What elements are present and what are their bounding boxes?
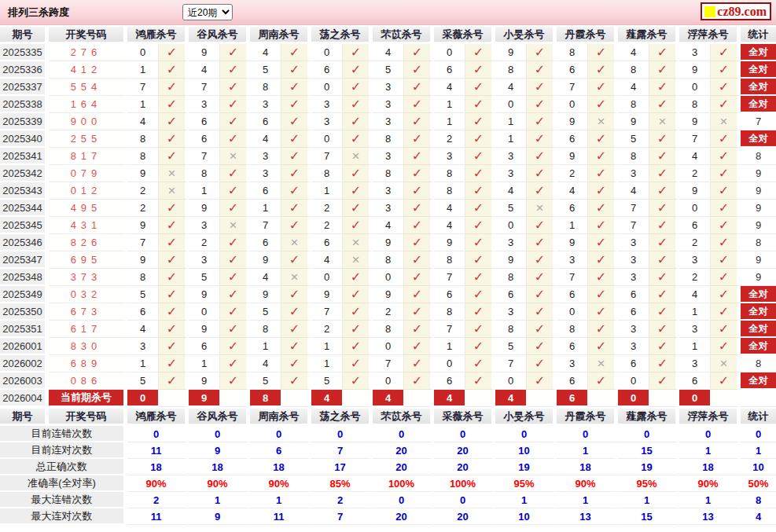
- check-icon: ✓: [351, 132, 361, 145]
- check-icon: ✓: [289, 46, 300, 59]
- header-row: 期号开奖号码鸿雁杀号谷风杀号周南杀号荡之杀号芣苡杀号采薇杀号小旻杀号丹霞杀号薤露…: [0, 407, 776, 426]
- check-icon: ✓: [473, 339, 484, 353]
- check-icon: ✓: [596, 339, 606, 353]
- kill-mark-cell: ✓: [465, 269, 495, 286]
- stats-total-cell: 1: [741, 442, 776, 459]
- check-icon: ✓: [412, 305, 422, 318]
- kill-number-cell: 0: [434, 44, 465, 61]
- kill-number-cell: 3: [373, 200, 404, 217]
- check-icon: ✓: [289, 253, 300, 266]
- check-icon: ✓: [351, 322, 361, 336]
- check-icon: ✓: [228, 167, 238, 180]
- kill-mark-cell: ✓: [343, 44, 373, 61]
- kill-mark-cell: ✓: [159, 200, 189, 217]
- stats-value-cell: 0: [434, 492, 495, 508]
- kill-mark-cell: ✓: [649, 61, 679, 79]
- check-icon: ✓: [228, 80, 238, 94]
- check-icon: ✓: [473, 167, 484, 180]
- check-icon: ✓: [167, 218, 177, 232]
- header-stat: 统计: [741, 25, 776, 44]
- kill-mark-cell: ✓: [649, 182, 679, 200]
- kill-mark-cell: ✓: [527, 234, 557, 251]
- table-row: 20253375547✓7✓8✓0✓3✓4✓4✓7✓4✓0✓全对: [0, 79, 776, 96]
- kill-mark-cell: ✓: [711, 338, 741, 355]
- check-icon: ✓: [351, 305, 361, 318]
- header-draw-numbers: 开奖号码: [49, 25, 127, 44]
- stats-total-cell: 8: [741, 492, 776, 508]
- kill-mark-cell: ✓: [220, 234, 250, 251]
- check-icon: ✓: [228, 374, 238, 387]
- page-title: 排列三杀跨度: [8, 6, 69, 20]
- header-kill-5: 采薇杀号: [434, 407, 495, 426]
- kill-mark-cell: ✓: [404, 96, 434, 113]
- kill-number-cell: 8: [495, 61, 527, 79]
- check-icon: ✓: [167, 132, 177, 145]
- kill-number-cell: 4: [373, 44, 404, 61]
- check-icon: ✓: [473, 132, 484, 145]
- kill-mark-cell: ×: [220, 217, 250, 234]
- kill-number-cell: 7: [311, 148, 343, 165]
- check-icon: ✓: [657, 322, 668, 336]
- kill-mark-cell: ✓: [711, 130, 741, 148]
- table-row: 20260026891✓1✓4✓1✓7✓0✓7✓3×6✓3×8: [0, 355, 776, 372]
- current-kill-badge: 4: [311, 390, 343, 407]
- kill-mark-cell: ✓: [404, 286, 434, 303]
- cross-icon: ×: [598, 356, 605, 371]
- kill-mark-cell: ✓: [159, 61, 189, 79]
- current-kill-badge: 0: [618, 390, 649, 407]
- current-kill-badge: 4: [434, 390, 465, 407]
- kill-number-cell: 2: [679, 165, 711, 182]
- check-icon: ✓: [719, 201, 729, 215]
- all-correct-badge: 全对: [741, 61, 776, 79]
- kill-mark-cell: ✓: [220, 61, 250, 79]
- check-icon: ✓: [289, 305, 300, 318]
- period-range-select[interactable]: 近20期: [182, 4, 233, 20]
- kill-mark-cell: ✓: [649, 217, 679, 234]
- kill-number-cell: 1: [311, 338, 343, 355]
- kill-number-cell: 5: [250, 303, 281, 321]
- kill-number-cell: 6: [434, 372, 465, 390]
- kill-number-cell: 4: [495, 182, 527, 200]
- check-icon: ✓: [289, 288, 300, 301]
- draw-numbers-cell: 032: [49, 286, 127, 303]
- table-row: 20253490325✓9✓9✓9✓9✓6✓6✓6✓6✓4✓全对: [0, 286, 776, 303]
- kill-mark-cell: ✓: [465, 130, 495, 148]
- kill-number-cell: 2: [557, 165, 588, 182]
- check-icon: ✓: [412, 339, 422, 353]
- kill-mark-cell: ✓: [220, 165, 250, 182]
- kill-number-cell: 6: [189, 113, 220, 130]
- kill-number-cell: 0: [373, 269, 404, 286]
- cross-icon: ×: [352, 149, 360, 163]
- stat-count-cell: 9: [741, 200, 776, 217]
- current-kill-empty-cell: [281, 390, 311, 407]
- current-kill-empty-cell: [711, 390, 741, 407]
- kill-number-cell: 4: [373, 217, 404, 234]
- kill-number-cell: 3: [679, 321, 711, 338]
- kill-number-cell: 8: [495, 321, 527, 338]
- kill-number-cell: 2: [311, 321, 343, 338]
- stats-value-cell: 0: [127, 426, 189, 442]
- stat-count-cell: 8: [741, 355, 776, 372]
- check-icon: ✓: [596, 305, 606, 318]
- kill-number-cell: 9: [679, 182, 711, 200]
- kill-mark-cell: ✓: [220, 321, 250, 338]
- stats-row: 目前连错次数00000000000: [0, 426, 776, 442]
- kill-number-cell: 3: [373, 148, 404, 165]
- kill-number-cell: 9: [557, 113, 588, 130]
- period-cell: 2025339: [0, 113, 49, 130]
- site-logo[interactable]: cz89.com: [701, 2, 771, 20]
- kill-mark-cell: ✓: [159, 79, 189, 96]
- stats-total-cell: 50%: [741, 475, 776, 492]
- all-correct-badge: 全对: [741, 130, 776, 148]
- kill-number-cell: 6: [495, 286, 527, 303]
- kill-number-cell: 1: [679, 303, 711, 321]
- check-icon: ✓: [289, 97, 300, 111]
- check-icon: ✓: [167, 253, 177, 266]
- draw-numbers-cell: 276: [49, 44, 127, 61]
- header-kill-4: 芣苡杀号: [373, 25, 434, 44]
- current-kill-badge: 6: [557, 390, 588, 407]
- check-icon: ✓: [412, 322, 422, 336]
- current-kill-badge: 0: [127, 390, 159, 407]
- check-icon: ✓: [657, 253, 668, 266]
- kill-mark-cell: ✓: [343, 200, 373, 217]
